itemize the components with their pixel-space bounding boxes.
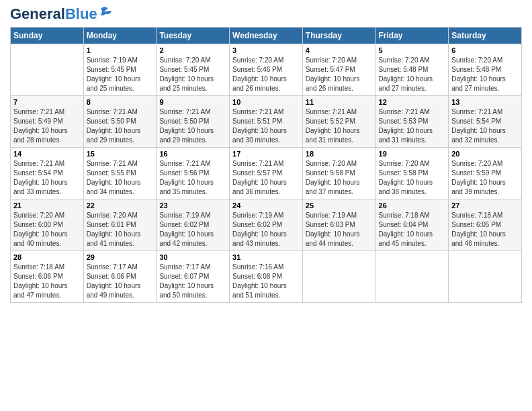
calendar-cell: 31Sunrise: 7:16 AM Sunset: 6:08 PM Dayli… <box>230 251 303 303</box>
day-of-week-header: Thursday <box>302 28 375 44</box>
calendar-cell: 18Sunrise: 7:20 AM Sunset: 5:58 PM Dayli… <box>302 148 375 199</box>
calendar-header-row: SundayMondayTuesdayWednesdayThursdayFrid… <box>11 28 522 44</box>
day-info: Sunrise: 7:21 AM Sunset: 5:51 PM Dayligh… <box>232 107 300 145</box>
calendar-week-row: 14Sunrise: 7:21 AM Sunset: 5:54 PM Dayli… <box>11 148 522 199</box>
day-info: Sunrise: 7:19 AM Sunset: 6:02 PM Dayligh… <box>232 211 300 248</box>
day-number: 14 <box>13 150 81 158</box>
day-number: 25 <box>306 201 373 210</box>
calendar-cell: 8Sunrise: 7:21 AM Sunset: 5:50 PM Daylig… <box>83 96 157 148</box>
calendar-cell: 25Sunrise: 7:19 AM Sunset: 6:03 PM Dayli… <box>302 199 375 251</box>
calendar-cell: 12Sunrise: 7:21 AM Sunset: 5:53 PM Dayli… <box>375 96 449 148</box>
day-number: 16 <box>159 150 226 158</box>
calendar-cell: 16Sunrise: 7:21 AM Sunset: 5:56 PM Dayli… <box>157 148 230 199</box>
day-of-week-header: Saturday <box>449 28 522 44</box>
calendar-cell: 13Sunrise: 7:21 AM Sunset: 5:54 PM Dayli… <box>449 96 522 148</box>
page-container: GeneralBlue SundayMondayTuesdayWednesday… <box>0 0 532 310</box>
calendar-week-row: 21Sunrise: 7:20 AM Sunset: 6:00 PM Dayli… <box>11 199 522 251</box>
day-number: 21 <box>13 201 81 210</box>
calendar-cell: 4Sunrise: 7:20 AM Sunset: 5:47 PM Daylig… <box>302 44 375 96</box>
day-info: Sunrise: 7:20 AM Sunset: 5:47 PM Dayligh… <box>306 56 373 93</box>
day-info: Sunrise: 7:20 AM Sunset: 5:58 PM Dayligh… <box>379 159 446 197</box>
calendar-cell: 9Sunrise: 7:21 AM Sunset: 5:50 PM Daylig… <box>157 96 230 148</box>
calendar-cell <box>375 251 449 303</box>
day-info: Sunrise: 7:20 AM Sunset: 6:01 PM Dayligh… <box>87 211 154 248</box>
day-number: 24 <box>232 201 300 210</box>
day-of-week-header: Friday <box>375 28 449 44</box>
calendar-cell: 20Sunrise: 7:20 AM Sunset: 5:59 PM Dayli… <box>449 148 522 199</box>
calendar-cell: 27Sunrise: 7:18 AM Sunset: 6:05 PM Dayli… <box>449 199 522 251</box>
calendar-cell: 11Sunrise: 7:21 AM Sunset: 5:52 PM Dayli… <box>302 96 375 148</box>
day-info: Sunrise: 7:21 AM Sunset: 5:55 PM Dayligh… <box>87 159 154 197</box>
day-number: 31 <box>232 253 300 261</box>
calendar-cell: 26Sunrise: 7:18 AM Sunset: 6:04 PM Dayli… <box>375 199 449 251</box>
calendar-cell: 22Sunrise: 7:20 AM Sunset: 6:01 PM Dayli… <box>83 199 157 251</box>
day-number: 29 <box>87 253 154 261</box>
day-info: Sunrise: 7:21 AM Sunset: 5:52 PM Dayligh… <box>306 107 373 145</box>
calendar-cell: 28Sunrise: 7:18 AM Sunset: 6:06 PM Dayli… <box>11 251 84 303</box>
day-number: 10 <box>232 98 300 106</box>
day-number: 28 <box>13 253 81 261</box>
calendar-cell: 23Sunrise: 7:19 AM Sunset: 6:02 PM Dayli… <box>157 199 230 251</box>
day-number: 15 <box>87 150 154 158</box>
day-info: Sunrise: 7:20 AM Sunset: 5:58 PM Dayligh… <box>306 159 373 197</box>
day-info: Sunrise: 7:18 AM Sunset: 6:04 PM Dayligh… <box>379 211 446 248</box>
day-info: Sunrise: 7:17 AM Sunset: 6:07 PM Dayligh… <box>159 263 226 300</box>
day-info: Sunrise: 7:19 AM Sunset: 6:02 PM Dayligh… <box>159 211 226 248</box>
day-info: Sunrise: 7:18 AM Sunset: 6:05 PM Dayligh… <box>451 211 519 248</box>
page-header: GeneralBlue <box>10 7 522 21</box>
calendar-cell: 19Sunrise: 7:20 AM Sunset: 5:58 PM Dayli… <box>375 148 449 199</box>
calendar-cell: 1Sunrise: 7:19 AM Sunset: 5:45 PM Daylig… <box>83 44 157 96</box>
logo-general: GeneralBlue <box>10 7 97 21</box>
calendar-cell: 14Sunrise: 7:21 AM Sunset: 5:54 PM Dayli… <box>11 148 84 199</box>
calendar-week-row: 1Sunrise: 7:19 AM Sunset: 5:45 PM Daylig… <box>11 44 522 96</box>
calendar-week-row: 7Sunrise: 7:21 AM Sunset: 5:49 PM Daylig… <box>11 96 522 148</box>
day-number: 18 <box>306 150 373 158</box>
day-number: 6 <box>451 46 519 54</box>
day-info: Sunrise: 7:21 AM Sunset: 5:53 PM Dayligh… <box>379 107 446 145</box>
day-info: Sunrise: 7:20 AM Sunset: 5:46 PM Dayligh… <box>232 56 300 93</box>
day-number: 1 <box>87 46 154 54</box>
day-of-week-header: Monday <box>83 28 157 44</box>
day-info: Sunrise: 7:21 AM Sunset: 5:54 PM Dayligh… <box>13 159 81 197</box>
day-info: Sunrise: 7:21 AM Sunset: 5:50 PM Dayligh… <box>87 107 154 145</box>
day-number: 26 <box>379 201 446 210</box>
day-number: 2 <box>159 46 226 54</box>
day-info: Sunrise: 7:20 AM Sunset: 5:45 PM Dayligh… <box>159 56 226 93</box>
day-number: 9 <box>159 98 226 106</box>
day-info: Sunrise: 7:20 AM Sunset: 5:59 PM Dayligh… <box>451 159 519 197</box>
calendar-cell: 21Sunrise: 7:20 AM Sunset: 6:00 PM Dayli… <box>11 199 84 251</box>
day-info: Sunrise: 7:21 AM Sunset: 5:54 PM Dayligh… <box>451 107 519 145</box>
day-number: 22 <box>87 201 154 210</box>
day-number: 12 <box>379 98 446 106</box>
day-info: Sunrise: 7:20 AM Sunset: 5:48 PM Dayligh… <box>451 56 519 93</box>
calendar-cell: 10Sunrise: 7:21 AM Sunset: 5:51 PM Dayli… <box>230 96 303 148</box>
logo: GeneralBlue <box>10 7 114 21</box>
calendar-cell <box>302 251 375 303</box>
day-of-week-header: Sunday <box>11 28 84 44</box>
day-info: Sunrise: 7:19 AM Sunset: 5:45 PM Dayligh… <box>87 56 154 93</box>
day-info: Sunrise: 7:20 AM Sunset: 6:00 PM Dayligh… <box>13 211 81 248</box>
day-number: 11 <box>306 98 373 106</box>
day-number: 30 <box>159 253 226 261</box>
day-number: 17 <box>232 150 300 158</box>
day-of-week-header: Tuesday <box>157 28 230 44</box>
day-info: Sunrise: 7:20 AM Sunset: 5:48 PM Dayligh… <box>379 56 446 93</box>
day-number: 23 <box>159 201 226 210</box>
calendar-cell <box>11 44 84 96</box>
calendar-cell: 5Sunrise: 7:20 AM Sunset: 5:48 PM Daylig… <box>375 44 449 96</box>
day-number: 27 <box>451 201 519 210</box>
day-of-week-header: Wednesday <box>230 28 303 44</box>
calendar-cell: 2Sunrise: 7:20 AM Sunset: 5:45 PM Daylig… <box>157 44 230 96</box>
calendar-cell <box>449 251 522 303</box>
calendar-cell: 3Sunrise: 7:20 AM Sunset: 5:46 PM Daylig… <box>230 44 303 96</box>
day-info: Sunrise: 7:21 AM Sunset: 5:57 PM Dayligh… <box>232 159 300 197</box>
day-info: Sunrise: 7:19 AM Sunset: 6:03 PM Dayligh… <box>306 211 373 248</box>
calendar-cell: 29Sunrise: 7:17 AM Sunset: 6:06 PM Dayli… <box>83 251 157 303</box>
calendar-table: SundayMondayTuesdayWednesdayThursdayFrid… <box>10 27 522 303</box>
day-number: 5 <box>379 46 446 54</box>
day-info: Sunrise: 7:21 AM Sunset: 5:50 PM Dayligh… <box>159 107 226 145</box>
calendar-cell: 6Sunrise: 7:20 AM Sunset: 5:48 PM Daylig… <box>449 44 522 96</box>
day-number: 3 <box>232 46 300 54</box>
day-info: Sunrise: 7:17 AM Sunset: 6:06 PM Dayligh… <box>87 263 154 300</box>
day-info: Sunrise: 7:16 AM Sunset: 6:08 PM Dayligh… <box>232 263 300 300</box>
